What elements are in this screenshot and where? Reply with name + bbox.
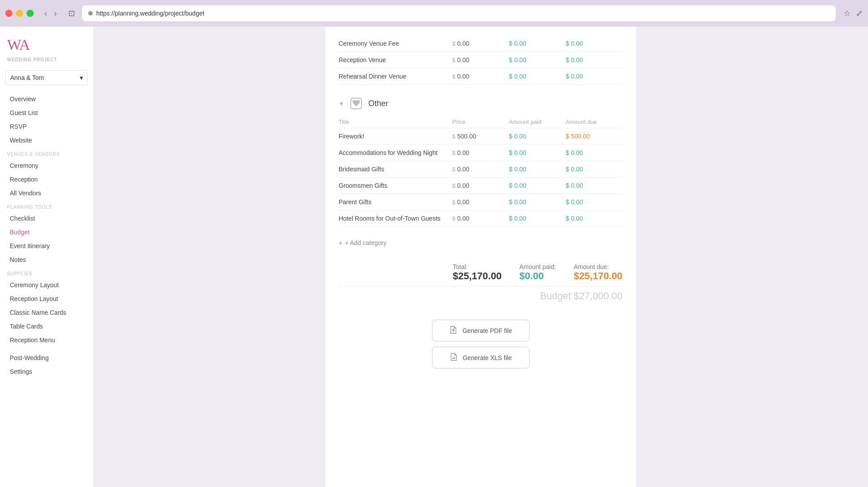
table-row: Rehearsal Dinner Venue $ 0.00 $ 0.00 $ 0… — [339, 68, 623, 85]
price-symbol: $ — [452, 215, 456, 222]
sidebar-item-settings[interactable]: Settings — [3, 365, 90, 378]
price-symbol: $ — [452, 150, 456, 156]
price-value: 0.00 — [457, 56, 469, 63]
row-price: $ 0.00 — [452, 198, 509, 206]
nav-buttons: ‹ › — [42, 8, 59, 19]
minimize-button[interactable] — [16, 10, 23, 17]
generate-xls-button[interactable]: Generate XLS file — [432, 347, 530, 368]
other-section-title: Other — [369, 99, 389, 108]
sidebar-item-ceremony[interactable]: Ceremony — [3, 159, 90, 172]
row-price: $ 0.00 — [452, 73, 509, 80]
row-title: Rehearsal Dinner Venue — [339, 73, 452, 80]
chevron-down-icon: ▾ — [80, 74, 83, 81]
row-amount-paid: $ 0.00 — [509, 149, 566, 156]
table-row: Accommodations for Wedding Night $ 0.00 … — [339, 145, 623, 161]
back-button[interactable]: ‹ — [42, 8, 50, 19]
row-title: Ceremony Venue Fee — [339, 40, 452, 47]
price-symbol: $ — [452, 182, 456, 189]
sidebar-item-rsvp[interactable]: RSVP — [3, 120, 90, 133]
table-row: Hotel Rooms for Out-of-Town Guests $ 0.0… — [339, 210, 623, 227]
paid-value: $0.00 — [519, 270, 556, 282]
sidebar: WA WEDDING PROJECT Anna & Tom ▾ Overview… — [0, 27, 93, 487]
bookmark-button[interactable]: ☆ — [844, 8, 851, 18]
sidebar-item-budget[interactable]: Budget — [3, 226, 90, 239]
sidebar-logo: WA WEDDING PROJECT — [0, 27, 93, 67]
row-amount-paid: $ 0.00 — [509, 40, 566, 47]
project-selector[interactable]: Anna & Tom ▾ — [5, 70, 88, 85]
table-row: Groomsmen Gifts $ 0.00 $ 0.00 $ 0.00 — [339, 178, 623, 194]
collapse-button[interactable]: ▾ — [339, 99, 344, 108]
browser-actions: ☆ ⤢ — [844, 8, 863, 18]
app-layout: WA WEDDING PROJECT Anna & Tom ▾ Overview… — [0, 27, 868, 487]
col-header-paid: Amount paid — [509, 119, 566, 125]
other-table: Firework! $ 500.00 $ 0.00 $ 500.00 Accom… — [339, 128, 623, 227]
row-price: $ 0.00 — [452, 149, 509, 156]
table-row: Parent Gifts $ 0.00 $ 0.00 $ 0.00 — [339, 194, 623, 210]
sidebar-item-post-wedding[interactable]: Post-Wedding — [3, 351, 90, 364]
generate-pdf-button[interactable]: Generate PDF file — [432, 320, 530, 341]
col-header-due: Amount due — [566, 119, 623, 125]
row-title: Firework! — [339, 133, 452, 140]
xls-button-label: Generate XLS file — [463, 354, 512, 361]
sidebar-item-ceremony-layout[interactable]: Ceremony Layout — [3, 278, 90, 292]
sidebar-item-website[interactable]: Website — [3, 134, 90, 147]
add-category-label: + Add category — [345, 239, 387, 246]
sidebar-item-all-vendors[interactable]: All Vendors — [3, 186, 90, 200]
table-row: Firework! $ 500.00 $ 0.00 $ 500.00 — [339, 128, 623, 145]
sidebar-item-event-itinerary[interactable]: Event Itinerary — [3, 239, 90, 253]
logo-mark: WA — [7, 36, 34, 55]
sidebar-item-classic-name-cards[interactable]: Classic Name Cards — [3, 306, 90, 319]
row-price: $ 0.00 — [452, 182, 509, 189]
maximize-button[interactable] — [27, 10, 34, 17]
forward-button[interactable]: › — [51, 8, 59, 19]
row-amount-paid: $ 0.00 — [509, 198, 566, 206]
sidebar-toggle-button[interactable]: ⊡ — [66, 8, 78, 19]
price-value: 0.00 — [457, 73, 469, 80]
due-label: Amount due: — [573, 263, 622, 270]
row-amount-paid: $ 0.00 — [509, 56, 566, 63]
traffic-lights — [5, 10, 34, 17]
close-button[interactable] — [5, 10, 12, 17]
sidebar-item-notes[interactable]: Notes — [3, 253, 90, 266]
row-price: $ 0.00 — [452, 215, 509, 222]
price-value: 500.00 — [457, 133, 476, 140]
venues-section-label: VENUES & VENDORS — [0, 147, 93, 158]
price-symbol: $ — [452, 40, 456, 47]
sidebar-item-reception[interactable]: Reception — [3, 173, 90, 186]
fullscreen-button[interactable]: ⤢ — [856, 8, 863, 18]
total-item: Total: $25,170.00 — [453, 263, 502, 282]
row-amount-due: $ 0.00 — [566, 149, 623, 156]
plus-icon: + — [339, 239, 342, 246]
row-title: Accommodations for Wedding Night — [339, 149, 452, 156]
xls-icon — [449, 352, 458, 363]
sidebar-item-overview[interactable]: Overview — [3, 92, 90, 106]
sidebar-item-reception-layout[interactable]: Reception Layout — [3, 292, 90, 305]
totals-bar: Total: $25,170.00 Amount paid: $0.00 Amo… — [339, 254, 623, 286]
project-name: Anna & Tom — [10, 74, 44, 81]
row-title: Parent Gifts — [339, 198, 452, 206]
table-row: Ceremony Venue Fee $ 0.00 $ 0.00 $ 0.00 — [339, 36, 623, 52]
due-value: $25,170.00 — [573, 270, 622, 282]
row-amount-paid: $ 0.00 — [509, 215, 566, 222]
row-amount-due: $ 0.00 — [566, 215, 623, 222]
section-icon — [348, 95, 364, 111]
sidebar-item-checklist[interactable]: Checklist — [3, 212, 90, 225]
supplies-section-label: SUPPLIES — [0, 267, 93, 278]
row-amount-due: $ 500.00 — [566, 133, 623, 140]
sidebar-item-reception-menu[interactable]: Reception Menu — [3, 333, 90, 347]
row-amount-due: $ 0.00 — [566, 182, 623, 189]
sidebar-item-table-cards[interactable]: Table Cards — [3, 320, 90, 333]
budget-total-line: Budget $27,000.00 — [339, 286, 623, 311]
col-header-price: Price — [452, 119, 509, 125]
sidebar-item-guest-list[interactable]: Guest List — [3, 106, 90, 119]
action-buttons: Generate PDF file Generate XLS file — [339, 311, 623, 377]
price-value: 0.00 — [457, 40, 469, 47]
row-amount-paid: $ 0.00 — [509, 133, 566, 140]
address-bar[interactable]: https://planning.wedding/project/budget — [82, 5, 836, 21]
price-value: 0.00 — [457, 166, 469, 173]
row-amount-due: $ 0.00 — [566, 198, 623, 206]
add-category-button[interactable]: + + Add category — [339, 236, 623, 250]
pdf-icon — [449, 325, 458, 336]
col-header-title: Title — [339, 119, 452, 125]
main-content: Ceremony Venue Fee $ 0.00 $ 0.00 $ 0.00 … — [93, 27, 868, 487]
